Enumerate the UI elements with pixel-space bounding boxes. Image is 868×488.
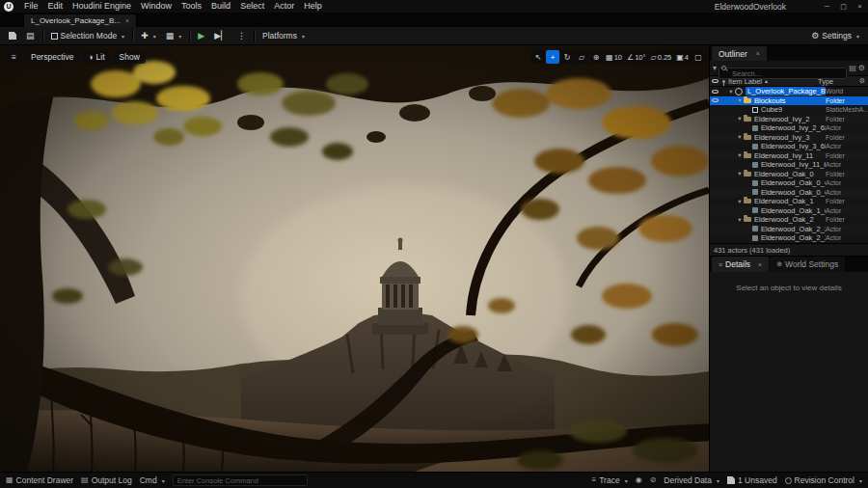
content-drawer-button[interactable]: ▦Content Drawer (6, 475, 73, 485)
world-settings-tab[interactable]: ⊕ World Settings (770, 257, 845, 272)
output-log-button[interactable]: ▤Output Log (81, 475, 132, 485)
menu-edit[interactable]: Edit (43, 0, 68, 13)
outliner-row[interactable]: Elderwood_Oak_2_2Actor (710, 233, 868, 243)
grid-snap-toggle[interactable]: ▦10 (604, 50, 624, 64)
expand-arrow-icon[interactable]: ▾ (727, 89, 735, 95)
move-tool-button[interactable]: + (546, 50, 559, 64)
selection-mode-dropdown[interactable]: Selection Mode ▾ (46, 29, 130, 42)
maximize-button[interactable]: ▢ (835, 0, 852, 13)
outliner-tab[interactable]: Outliner × (712, 46, 767, 61)
expand-arrow-icon[interactable]: ▾ (736, 199, 744, 205)
scale-snap-toggle[interactable]: ▱0.25 (649, 50, 674, 64)
outliner-row[interactable]: ▾Elderwood_Oak_2Folder (710, 215, 868, 225)
play-options-kebab-button[interactable]: ⋮ (232, 30, 251, 42)
lit-label: Lit (96, 52, 105, 62)
menu-window[interactable]: Window (136, 0, 176, 13)
minimize-button[interactable]: ─ (819, 0, 835, 13)
viewport-options-button[interactable]: ≡ (6, 50, 22, 64)
outliner-row[interactable]: Elderwood_Oak_1_6EActor (710, 206, 868, 216)
outliner-row[interactable]: ▾L_Overlook_Package_BalWorld (710, 87, 868, 96)
add-actor-dropdown[interactable]: ✚▾ (136, 30, 161, 42)
expand-arrow-icon[interactable]: ▾ (736, 97, 744, 104)
details-tab-close-icon[interactable]: × (758, 261, 762, 268)
expand-arrow-icon[interactable]: ▾ (736, 152, 744, 159)
save-icon (9, 32, 16, 40)
outliner-settings-icon[interactable]: ⚙ (858, 65, 865, 72)
level-asset-tab[interactable]: L_Overlook_Package_B... × (23, 14, 137, 27)
unreal-logo-icon[interactable]: U (4, 2, 14, 12)
menu-select[interactable]: Select (235, 0, 269, 13)
expand-arrow-icon[interactable]: ▾ (736, 217, 744, 224)
tab-close-icon[interactable]: × (125, 17, 129, 24)
visibility-eye-icon[interactable] (710, 98, 719, 102)
frame-skip-button[interactable]: ▶▏ (209, 30, 232, 42)
close-button[interactable]: × (852, 0, 868, 13)
cmd-dropdown[interactable]: Cmd▾ (140, 475, 165, 485)
menu-actor[interactable]: Actor (269, 0, 299, 13)
menu-help[interactable]: Help (299, 0, 327, 13)
outliner-row[interactable]: ▾Elderwood_Ivy_3Folder (710, 133, 868, 143)
outliner-row[interactable]: Elderwood_Ivy_11_6Actor (710, 160, 868, 170)
details-tab[interactable]: ≡ Details × (712, 257, 769, 272)
menu-houdini-engine[interactable]: Houdini Engine (68, 0, 136, 13)
rotate-tool-button[interactable]: ↻ (560, 50, 574, 64)
outliner-row[interactable]: ▾Elderwood_Oak_0Folder (710, 170, 868, 179)
visibility-column-header[interactable] (710, 79, 719, 83)
console-command-input[interactable] (173, 474, 308, 486)
outliner-row[interactable]: Elderwood_Oak_0_CActor (710, 178, 868, 188)
save-button[interactable] (4, 30, 21, 41)
outliner-row[interactable]: ▾BlockoutsFolder (710, 96, 868, 106)
outliner-row[interactable]: ▾Elderwood_Oak_1Folder (710, 197, 868, 206)
insights-button[interactable]: ◉ (636, 476, 642, 484)
toolbar-separator (132, 30, 133, 41)
viewport[interactable]: ≡ Perspective ◑Lit Show ↖ + ↻ ▱ ⊕ ▦10 ∠1… (0, 45, 709, 472)
outliner-row[interactable]: Elderwood_Ivy_3_6FActor (710, 142, 868, 151)
world-space-toggle[interactable]: ⊕ (589, 50, 603, 64)
outliner-row[interactable]: ▾Elderwood_Ivy_11Folder (710, 151, 868, 161)
outliner-row[interactable]: Elderwood_Ivy_2_68Actor (710, 123, 868, 133)
derived-data-dropdown[interactable]: Derived Data▾ (664, 475, 719, 485)
outliner-row[interactable]: Elderwood_Oak_0_CActor (710, 188, 868, 198)
maximize-viewport-button[interactable]: ▢ (692, 50, 705, 64)
trace-button[interactable]: ≡Trace▾ (592, 475, 628, 485)
show-dropdown[interactable]: Show (114, 50, 146, 64)
scale-icon: ▱ (651, 53, 657, 62)
outliner-item-label: Elderwood_Ivy_3_6F (761, 142, 826, 150)
actor-count-text: 431 actors (431 loaded) (714, 246, 790, 255)
column-settings-icon[interactable]: ⚙ (856, 77, 868, 85)
menu-file[interactable]: File (19, 0, 43, 13)
unsaved-button[interactable]: 1 Unsaved (727, 475, 777, 485)
expand-arrow-icon[interactable]: ▾ (736, 116, 744, 122)
perspective-dropdown[interactable]: Perspective (25, 50, 79, 64)
revision-control-button[interactable]: Revision Control▾ (785, 475, 862, 485)
rotation-snap-toggle[interactable]: ∠10° (625, 50, 648, 64)
menu-build[interactable]: Build (206, 0, 235, 13)
settings-dropdown[interactable]: ⚙ Settings ▾ (806, 29, 864, 42)
outliner-layers-icon[interactable]: ▤ (849, 65, 856, 72)
pin-column-header[interactable] (719, 80, 728, 83)
play-button[interactable]: ▶ (193, 30, 209, 42)
import-button[interactable]: ▤ (21, 30, 40, 42)
outliner-row[interactable]: ▾Elderwood_Ivy_2Folder (710, 115, 868, 124)
outliner-row[interactable]: Elderwood_Oak_2_2Actor (710, 225, 868, 234)
outliner-tab-close-icon[interactable]: × (756, 50, 760, 57)
toolbar-separator (254, 30, 255, 41)
select-tool-button[interactable]: ↖ (531, 50, 545, 64)
outliner-row[interactable]: Cube9StaticMeshA... (710, 105, 868, 115)
search-input[interactable] (719, 68, 847, 79)
perspective-label: Perspective (31, 52, 73, 62)
filter-dropdown-icon[interactable]: ▾ (713, 65, 717, 72)
camera-speed-button[interactable]: ▣4 (674, 50, 691, 64)
outliner-item-label: Elderwood_Oak_2_2 (761, 233, 826, 242)
blueprints-dropdown[interactable]: ▦▾ (161, 30, 187, 42)
visibility-eye-icon[interactable] (710, 90, 719, 94)
platforms-dropdown[interactable]: Platforms ▾ (258, 29, 310, 42)
menu-tools[interactable]: Tools (176, 0, 206, 13)
outliner-item-type: Actor (826, 124, 868, 131)
performance-button[interactable]: ⊘ (650, 476, 657, 484)
expand-arrow-icon[interactable]: ▾ (736, 134, 744, 141)
expand-arrow-icon[interactable]: ▾ (736, 171, 744, 177)
scale-tool-button[interactable]: ▱ (575, 50, 588, 64)
selection-mode-label: Selection Mode (61, 31, 118, 41)
view-mode-dropdown[interactable]: ◑Lit (82, 50, 110, 64)
